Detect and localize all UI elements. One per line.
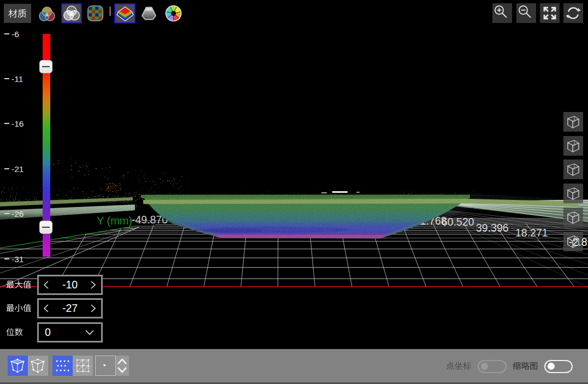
- svg-text:Y (mm): Y (mm): [97, 215, 132, 227]
